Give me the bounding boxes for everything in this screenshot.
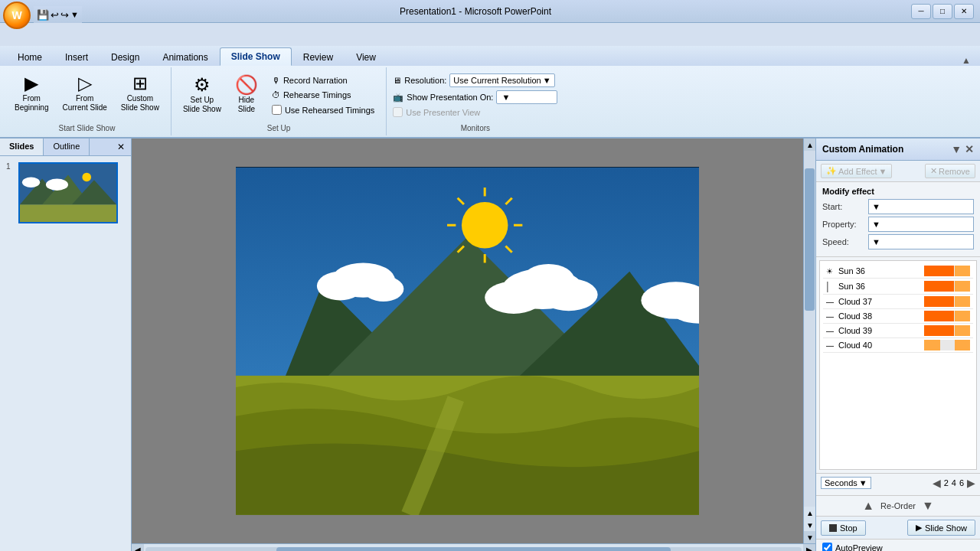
use-rehearsed-checkbox[interactable] xyxy=(272,105,282,115)
anim-bar-4 xyxy=(924,325,970,336)
monitors-dropdowns: 🖥 Resolution: Use Current Resolution ▼ 📺… xyxy=(393,70,557,120)
slide-show-label: Slide Show xyxy=(925,523,967,533)
use-rehearsed-label: Use Rehearsed Timings xyxy=(285,106,374,115)
maximize-button[interactable]: □ xyxy=(933,4,952,19)
add-effect-button[interactable]: ✨ Add Effect ▼ xyxy=(821,164,892,178)
remove-icon: ✕ xyxy=(930,166,937,176)
resolution-chevron: ▼ xyxy=(543,76,551,85)
timeline-prev-button[interactable]: ◀ xyxy=(933,477,941,489)
set-up-slide-show-button[interactable]: ⚙ Set UpSlide Show xyxy=(178,70,227,118)
customize-icon[interactable]: ▼ xyxy=(70,10,79,19)
panel-tabs: Slides Outline ✕ xyxy=(0,139,131,156)
play-icon: ▶ xyxy=(916,523,922,533)
tab-review[interactable]: Review xyxy=(292,48,345,66)
resolution-value: Use Current Resolution xyxy=(453,76,541,85)
ribbon: ▶ FromBeginning ▷ FromCurrent Slide ⊞ Cu… xyxy=(0,66,980,139)
reorder-up-icon[interactable]: ▲ xyxy=(862,499,874,513)
presenter-view-checkbox[interactable] xyxy=(393,107,403,117)
tab-insert[interactable]: Insert xyxy=(54,48,100,66)
from-current-slide-button[interactable]: ▷ FromCurrent Slide xyxy=(57,70,112,116)
record-icon: 🎙 xyxy=(272,76,280,85)
hide-slide-icon: 🚫 xyxy=(235,74,258,96)
ribbon-group-setup: ⚙ Set UpSlide Show 🚫 HideSlide 🎙 Record … xyxy=(172,67,387,135)
stop-icon xyxy=(829,524,837,532)
anim-bar-0 xyxy=(924,266,970,276)
anim-item-4[interactable]: — Cloud 39 xyxy=(823,324,973,338)
window-title: Presentation1 - Microsoft PowerPoint xyxy=(40,6,911,17)
anim-item-3[interactable]: — Cloud 38 xyxy=(823,309,973,324)
scroll-down-button[interactable]: ▼ xyxy=(804,531,815,543)
slides-panel: Slides Outline ✕ 1 xyxy=(0,139,132,551)
anim-name-4: Cloud 39 xyxy=(838,326,924,335)
slide-preview-1[interactable] xyxy=(18,162,118,223)
from-beginning-button[interactable]: ▶ FromBeginning xyxy=(9,70,54,116)
start-dropdown[interactable]: ▼ xyxy=(868,199,974,214)
tab-design[interactable]: Design xyxy=(100,48,151,66)
timeline-next-button[interactable]: ▶ xyxy=(967,477,975,489)
set-up-label: Set UpSlide Show xyxy=(183,96,221,114)
property-dropdown[interactable]: ▼ xyxy=(868,217,974,232)
remove-button[interactable]: ✕ Remove xyxy=(925,164,975,178)
tab-slideshow[interactable]: Slide Show xyxy=(220,47,292,66)
anim-item-5[interactable]: — Cloud 40 xyxy=(823,338,973,353)
timeline-nav: ◀ 2 4 6 ▶ xyxy=(933,477,975,489)
anim-icon-3: — xyxy=(826,312,838,321)
ribbon-tabs: Home Insert Design Animations Slide Show… xyxy=(0,46,980,66)
custom-slideshow-button[interactable]: ⊞ CustomSlide Show xyxy=(116,70,165,116)
scroll-right-button[interactable]: ▶ xyxy=(803,544,815,552)
tab-home[interactable]: Home xyxy=(6,48,54,66)
panel-toggle-down[interactable]: ▼ xyxy=(804,519,815,531)
panel-close-icon[interactable]: ✕ xyxy=(965,143,974,155)
seconds-dropdown[interactable]: Seconds ▼ xyxy=(821,477,871,489)
slide-thumbnail-1[interactable]: 1 xyxy=(6,162,125,223)
main-area: Slides Outline ✕ 1 xyxy=(0,139,980,551)
slide-show-play-button[interactable]: ▶ Slide Show xyxy=(907,520,975,536)
show-on-dropdown[interactable]: ▼ xyxy=(496,90,557,104)
svg-point-5 xyxy=(22,177,40,187)
redo-icon[interactable]: ↪ xyxy=(60,9,69,21)
outline-tab[interactable]: Outline xyxy=(44,139,90,155)
start-slideshow-buttons: ▶ FromBeginning ▷ FromCurrent Slide ⊞ Cu… xyxy=(9,70,165,121)
panel-toggle-up[interactable]: ▲ xyxy=(804,507,815,519)
anim-item-1[interactable]: | Sun 36 xyxy=(823,279,973,295)
slides-tab[interactable]: Slides xyxy=(0,139,44,155)
start-label: Start: xyxy=(822,202,868,211)
stop-button[interactable]: Stop xyxy=(821,520,866,536)
panel-close-button[interactable]: ✕ xyxy=(111,139,131,155)
anim-name-0: Sun 36 xyxy=(838,266,924,276)
save-icon[interactable]: 💾 xyxy=(37,9,49,21)
anim-item-0[interactable]: ☀ Sun 36 xyxy=(823,264,973,279)
reorder-down-icon[interactable]: ▼ xyxy=(922,499,934,513)
tab-animations[interactable]: Animations xyxy=(151,48,219,66)
from-beginning-icon: ▶ xyxy=(24,74,38,93)
scroll-left-button[interactable]: ◀ xyxy=(132,544,144,552)
scroll-up-button[interactable]: ▲ xyxy=(804,139,815,151)
slide-number-1: 1 xyxy=(6,162,15,171)
animation-list: ☀ Sun 36 | Sun 36 — Cloud 37 xyxy=(819,260,977,470)
minimize-button[interactable]: ─ xyxy=(911,4,931,19)
monitors-group-label: Monitors xyxy=(461,121,490,132)
use-rehearsed-timings-button[interactable]: Use Rehearsed Timings xyxy=(266,103,380,117)
hide-slide-button[interactable]: 🚫 HideSlide xyxy=(230,70,263,118)
canvas-main xyxy=(132,139,803,543)
undo-icon[interactable]: ↩ xyxy=(51,9,59,21)
record-narration-button[interactable]: 🎙 Record Narration xyxy=(266,73,380,87)
office-button[interactable]: W xyxy=(3,2,31,29)
slide-canvas[interactable] xyxy=(236,167,699,515)
autopreview-checkbox[interactable] xyxy=(822,543,832,551)
header-controls: ▼ ✕ xyxy=(951,143,974,155)
modify-effect-title: Modify effect xyxy=(822,187,974,196)
resolution-dropdown[interactable]: Use Current Resolution ▼ xyxy=(449,73,554,87)
ribbon-group-start-slideshow: ▶ FromBeginning ▷ FromCurrent Slide ⊞ Cu… xyxy=(3,67,172,135)
panel-dropdown-icon[interactable]: ▼ xyxy=(951,143,962,155)
ribbon-minimize-icon[interactable]: ▲ xyxy=(962,55,971,66)
rehearse-timings-button[interactable]: ⏱ Rehearse Timings xyxy=(266,88,380,102)
canvas-horizontal-scrollbar[interactable]: ◀ ▶ xyxy=(132,543,815,551)
close-button[interactable]: ✕ xyxy=(954,4,974,19)
tab-view[interactable]: View xyxy=(345,48,387,66)
speed-dropdown[interactable]: ▼ xyxy=(868,234,974,249)
add-effect-label: Add Effect xyxy=(838,167,877,176)
speed-label: Speed: xyxy=(822,237,868,246)
canvas-vertical-scrollbar[interactable]: ▲ ▲ ▼ ▼ xyxy=(803,139,815,543)
anim-item-2[interactable]: — Cloud 37 xyxy=(823,295,973,309)
